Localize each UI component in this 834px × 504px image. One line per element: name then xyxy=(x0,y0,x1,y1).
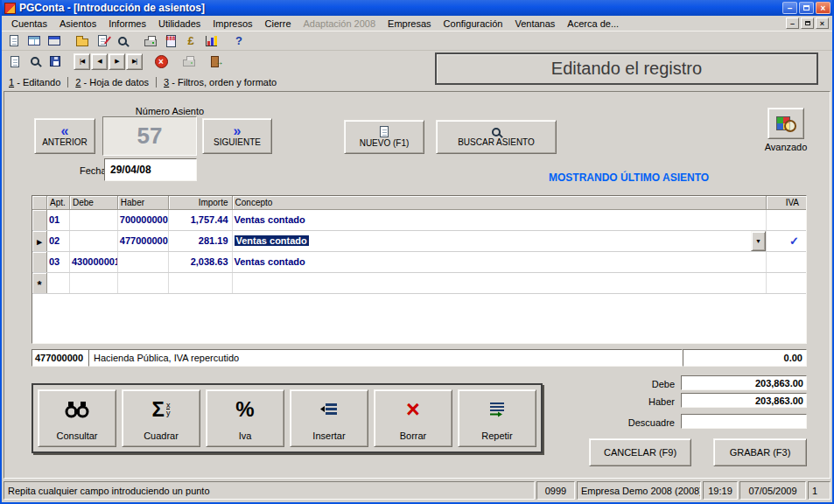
cell-haber[interactable] xyxy=(118,273,169,293)
cell-concepto[interactable]: Ventas contado xyxy=(233,252,767,272)
cell-iva[interactable] xyxy=(767,252,806,272)
cell-iva[interactable] xyxy=(767,210,806,230)
new-row-selector[interactable]: * xyxy=(32,273,47,293)
table-row: 03 430000001 2,038.63 Ventas contado xyxy=(32,252,806,273)
avanzado-label: Avanzado xyxy=(755,142,816,152)
status-company-name: Empresa Demo 2008 (2008) xyxy=(577,481,701,500)
row-selector[interactable] xyxy=(32,252,47,272)
cell-debe[interactable] xyxy=(70,273,118,293)
open-folder-button[interactable] xyxy=(73,32,92,50)
exit-button[interactable]: → xyxy=(207,52,227,71)
row-selector[interactable]: ▸ xyxy=(32,231,47,251)
anterior-button[interactable]: « ANTERIOR xyxy=(34,118,95,154)
cell-apt[interactable]: 01 xyxy=(47,210,70,230)
double-left-arrow-icon: « xyxy=(61,125,69,136)
siguiente-button[interactable]: » SIGUIENTE xyxy=(202,118,272,154)
tab-filtros-orden-formato[interactable]: 3 - Filtros, orden y formato xyxy=(157,77,284,88)
table-row-selected: ▸ 02 477000000 281.19 Ventas contado ▼ ✓ xyxy=(32,231,806,252)
cell-apt[interactable]: 02 xyxy=(47,231,70,251)
grabar-button[interactable]: GRABAR (F3) xyxy=(713,438,807,466)
tab-hoja-de-datos[interactable]: 2 - Hoja de datos xyxy=(68,77,157,88)
restore-icon xyxy=(803,5,809,10)
help-button[interactable]: ? xyxy=(229,32,249,50)
mdi-restore-button[interactable] xyxy=(801,18,814,29)
consultar-button[interactable]: Consultar xyxy=(38,389,116,447)
cell-haber[interactable]: 700000000 xyxy=(118,210,169,230)
iva-button[interactable]: % Iva xyxy=(206,389,284,447)
account-amount[interactable]: 0.00 xyxy=(683,349,807,367)
nav-prev-button[interactable]: ◀ xyxy=(91,53,108,70)
find-record-button[interactable] xyxy=(25,52,45,71)
mdi-close-button[interactable]: × xyxy=(816,18,829,29)
new-record-button[interactable] xyxy=(5,52,25,71)
row-selector[interactable] xyxy=(32,210,47,230)
descuadre-field[interactable] xyxy=(681,414,807,429)
mdi-minimize-button[interactable]: – xyxy=(786,18,799,29)
buscar-asiento-button[interactable]: BUSCAR ASIENTO xyxy=(436,120,557,154)
minimize-button[interactable]: – xyxy=(782,2,797,14)
borrar-button[interactable]: × Borrar xyxy=(374,389,452,447)
cell-concepto[interactable]: Ventas contado xyxy=(233,210,767,230)
cell-apt[interactable]: 03 xyxy=(47,252,70,272)
cuadrar-button[interactable]: Σ xy Cuadrar xyxy=(122,389,200,447)
window-button[interactable] xyxy=(45,32,64,50)
menu-utilidades[interactable]: Utilidades xyxy=(152,18,207,30)
nuevo-button[interactable]: NUEVO (F1) xyxy=(344,120,424,154)
menu-empresas[interactable]: Empresas xyxy=(382,18,438,30)
cell-debe[interactable] xyxy=(70,231,118,251)
menu-impresos[interactable]: Impresos xyxy=(207,18,258,30)
print-record-button[interactable] xyxy=(179,52,199,71)
cell-concepto[interactable] xyxy=(233,273,767,293)
cancel-edit-icon: × xyxy=(155,55,168,68)
close-button[interactable]: × xyxy=(816,2,830,14)
cell-concepto-editing[interactable]: Ventas contado ▼ xyxy=(233,231,767,251)
cell-importe[interactable] xyxy=(169,273,233,293)
cell-debe[interactable]: 430000001 xyxy=(70,252,118,272)
calculator-button[interactable]: 888 xyxy=(161,32,180,50)
nav-next-button[interactable]: ▶ xyxy=(109,53,125,70)
chart-button[interactable] xyxy=(201,32,221,50)
edit-page-button[interactable] xyxy=(93,32,112,50)
menu-asientos[interactable]: Asientos xyxy=(53,18,102,30)
cell-importe[interactable]: 281.19 xyxy=(169,231,233,251)
main-toolbar: 888 £ ? xyxy=(2,31,832,51)
cell-haber[interactable]: 477000000 xyxy=(118,231,169,251)
restore-button[interactable] xyxy=(799,2,814,14)
haber-total-field[interactable]: 203,863.00 xyxy=(681,393,807,408)
app-icon[interactable] xyxy=(4,3,16,14)
insertar-button[interactable]: Insertar xyxy=(290,389,368,447)
menu-cuentas[interactable]: Cuentas xyxy=(5,18,53,30)
menu-ventanas[interactable]: Ventanas xyxy=(508,18,561,30)
datasheet-button[interactable] xyxy=(25,32,44,50)
preview-button[interactable] xyxy=(113,32,132,50)
fecha-field[interactable]: 29/04/08 xyxy=(104,158,197,181)
table-row: 01 700000000 1,757.44 Ventas contado xyxy=(32,210,806,231)
menu-informes[interactable]: Informes xyxy=(102,18,152,30)
cell-iva[interactable]: ✓ xyxy=(767,231,806,251)
new-document-button[interactable] xyxy=(4,32,24,50)
nav-last-button[interactable]: ▶| xyxy=(126,53,143,70)
cell-haber[interactable] xyxy=(118,252,169,272)
cell-iva[interactable] xyxy=(767,273,806,293)
cell-apt[interactable] xyxy=(47,273,70,293)
menu-cierre[interactable]: Cierre xyxy=(259,18,298,30)
menu-acerca-de[interactable]: Acerca de... xyxy=(561,18,625,30)
cell-debe[interactable] xyxy=(70,210,118,230)
cancel-edit-button[interactable]: × xyxy=(151,52,171,71)
currency-button[interactable]: £ xyxy=(181,32,200,50)
menu-configuracion[interactable]: Configuración xyxy=(438,18,509,30)
save-record-button[interactable] xyxy=(46,52,65,71)
tab-editando[interactable]: 1 - Editando xyxy=(7,77,68,88)
avanzado-button[interactable] xyxy=(767,108,804,139)
repetir-button[interactable]: Repetir xyxy=(458,389,536,447)
cancelar-button[interactable]: CANCELAR (F9) xyxy=(589,438,691,466)
concepto-dropdown-button[interactable]: ▼ xyxy=(751,231,766,251)
print-button[interactable] xyxy=(141,32,160,50)
cell-importe[interactable]: 1,757.44 xyxy=(169,210,233,230)
new-document-icon xyxy=(10,35,18,46)
nav-first-button[interactable]: |◀ xyxy=(74,53,90,70)
nav-prev-icon: ◀ xyxy=(97,58,101,65)
menubar: Cuentas Asientos Informes Utilidades Imp… xyxy=(2,16,832,31)
cell-importe[interactable]: 2,038.63 xyxy=(169,252,233,272)
debe-total-field[interactable]: 203,863.00 xyxy=(681,375,807,390)
